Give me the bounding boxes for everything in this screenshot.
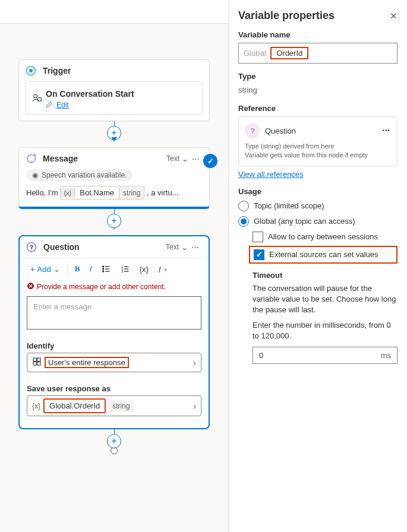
chat-icon xyxy=(19,153,43,164)
trigger-event[interactable]: On Conversation Start Edit xyxy=(25,81,203,115)
reference-sub1: Type (string) derived from here xyxy=(245,142,391,151)
variable-icon: {x} xyxy=(32,402,40,410)
variable-insert-button[interactable]: {x} xyxy=(135,262,153,276)
edit-icon xyxy=(46,101,53,109)
message-type-tag: Text xyxy=(166,154,179,163)
save-response-label: Save user response as xyxy=(20,379,209,395)
person-bubble-icon xyxy=(31,93,42,106)
close-icon[interactable]: ✕ xyxy=(390,11,397,21)
reference-node-name: Question xyxy=(265,126,377,135)
type-value: string xyxy=(238,84,397,96)
save-variable-picker[interactable]: {x} Global.OrderId string › xyxy=(27,395,201,416)
identify-label: Identify xyxy=(20,337,209,353)
italic-button[interactable]: I xyxy=(84,262,96,276)
check-badge-icon: ✓ xyxy=(203,154,217,168)
reference-sub2: Variable gets value from this node if em… xyxy=(245,151,391,160)
reference-label: Reference xyxy=(238,104,397,113)
svg-point-10 xyxy=(102,271,103,272)
svg-rect-23 xyxy=(33,362,36,365)
svg-rect-24 xyxy=(37,362,40,365)
more-icon[interactable]: ⋯ xyxy=(188,242,203,253)
formula-button[interactable]: ƒx xyxy=(153,262,172,276)
trigger-title: Trigger xyxy=(43,66,203,75)
variable-name-input[interactable]: Global. OrderId xyxy=(238,43,397,64)
svg-point-2 xyxy=(34,94,37,98)
question-icon: ? xyxy=(20,241,43,253)
type-label: Type xyxy=(238,72,397,81)
lightning-icon xyxy=(19,65,43,77)
svg-point-8 xyxy=(102,268,103,270)
question-node[interactable]: ? Question Text ⌄ ⋯ + Add ⌄ B I 123 {x} … xyxy=(18,235,210,429)
more-icon[interactable]: ⋯ xyxy=(188,153,203,164)
format-toolbar: + Add ⌄ B I 123 {x} ƒx xyxy=(20,258,209,280)
chevron-right-icon: › xyxy=(193,401,196,411)
view-all-references-link[interactable]: View all references xyxy=(238,170,304,179)
timeout-value: 0 xyxy=(259,351,263,360)
timeout-desc1: The conversation will pause for the vari… xyxy=(253,283,397,316)
svg-point-6 xyxy=(102,266,103,267)
question-title: Question xyxy=(43,242,166,252)
error-message: Provide a message or add other content. xyxy=(20,280,209,294)
speech-pill[interactable]: ◉ Speech variation available. xyxy=(26,169,132,181)
timeout-input[interactable]: 0 ms xyxy=(253,347,397,364)
grid-icon xyxy=(32,357,42,368)
svg-point-3 xyxy=(38,97,42,101)
message-title: Message xyxy=(43,154,166,163)
properties-panel: Variable properties ✕ Variable name Glob… xyxy=(229,0,407,532)
greeting-prefix: Hello, I'm xyxy=(26,188,60,197)
svg-text:3: 3 xyxy=(121,270,123,273)
variable-icon: {x} xyxy=(61,188,75,198)
bold-button[interactable]: B xyxy=(70,262,85,276)
svg-rect-21 xyxy=(33,358,36,361)
usage-global-radio[interactable]: Global (any topic can access) xyxy=(238,216,397,227)
identify-value: User's entire response xyxy=(45,357,129,368)
timeout-label: Timeout xyxy=(253,271,397,280)
timeout-unit: ms xyxy=(381,351,391,360)
error-icon xyxy=(27,282,34,292)
chevron-down-icon[interactable]: ⌄ xyxy=(181,243,188,252)
usage-label: Usage xyxy=(238,187,397,196)
numbered-list-button[interactable]: 123 xyxy=(116,262,135,276)
chevron-right-icon: › xyxy=(193,357,196,368)
question-type-tag: Text xyxy=(166,243,179,251)
identify-picker[interactable]: User's entire response › xyxy=(27,353,201,372)
question-icon: ? xyxy=(245,123,260,138)
greeting-suffix: , a virtu... xyxy=(147,188,178,197)
panel-title: Variable properties xyxy=(238,10,335,22)
external-checkbox[interactable]: ✓ External sources can set values xyxy=(249,246,397,264)
variable-token[interactable]: {x} Bot.Name string xyxy=(60,186,144,200)
chevron-down-icon[interactable]: ⌄ xyxy=(182,154,188,163)
timeout-desc2: Enter the number in milliseconds, from 0… xyxy=(253,320,397,341)
svg-point-1 xyxy=(29,69,33,72)
usage-topic-radio[interactable]: Topic (limited scope) xyxy=(238,201,397,211)
carry-checkbox[interactable]: Allow to carry between sessions xyxy=(253,232,397,242)
speech-icon: ◉ xyxy=(32,171,38,179)
message-node[interactable]: ✓ Message Text ⌄ ⋯ ◉ Speech variation av… xyxy=(18,147,210,209)
trigger-node[interactable]: Trigger On Conversation Start Edit xyxy=(18,59,210,121)
variable-name-label: Variable name xyxy=(238,30,397,39)
add-button[interactable]: + Add ⌄ xyxy=(26,262,65,276)
save-var-type: string xyxy=(108,400,134,412)
save-var-name: Global.OrderId xyxy=(45,400,105,412)
edit-link[interactable]: Edit xyxy=(56,101,69,109)
reference-box[interactable]: ? Question ⋮ Type (string) derived from … xyxy=(238,116,397,166)
svg-rect-22 xyxy=(37,358,40,361)
bullet-list-button[interactable] xyxy=(97,262,116,276)
message-input[interactable]: Enter a message xyxy=(27,296,201,330)
variable-name-value: OrderId xyxy=(270,47,308,59)
add-node-button[interactable]: + xyxy=(107,214,121,228)
trigger-event-name: On Conversation Start xyxy=(46,89,197,99)
add-node-button[interactable]: + xyxy=(107,434,121,448)
svg-text:?: ? xyxy=(30,244,33,250)
more-icon[interactable]: ⋮ xyxy=(382,126,391,135)
